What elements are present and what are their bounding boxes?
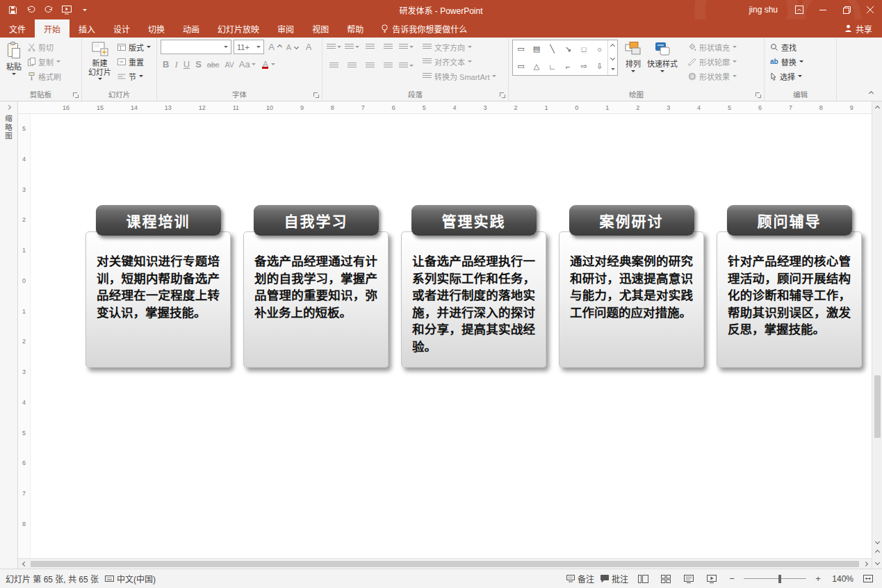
comments-button[interactable]: 批注 [601, 573, 628, 585]
bullets-button[interactable] [326, 40, 341, 54]
card-text[interactable]: 备选产品经理通过有计划的自我学习，掌握产品管理的重要知识，弥补业务上的短板。 [243, 231, 389, 368]
ribbon-display-options-button[interactable] [787, 0, 811, 19]
cut-button[interactable]: 剪切 [26, 40, 63, 54]
align-right-button[interactable] [362, 58, 377, 73]
tab-审阅[interactable]: 审阅 [268, 19, 303, 38]
language-indicator[interactable]: 中文(中国) [105, 573, 156, 585]
shape-option-icon[interactable]: ▤ [533, 44, 540, 54]
character-spacing-button[interactable]: AV [223, 60, 236, 69]
scroll-left-button[interactable] [20, 560, 28, 568]
undo-button[interactable] [22, 0, 39, 19]
card-text[interactable]: 针对产品经理的核心管理活动，顾问开展结构化的诊断和辅导工作，帮助其识别误区，激发… [717, 231, 862, 368]
replace-button[interactable]: ab 替换 [768, 54, 806, 69]
tab-幻灯片放映[interactable]: 幻灯片放映 [209, 19, 268, 38]
tab-帮助[interactable]: 帮助 [338, 19, 373, 38]
shape-option-icon[interactable]: ╲ [550, 44, 555, 54]
slide-sorter-view-button[interactable] [658, 571, 674, 587]
shape-option-icon[interactable]: ↘ [565, 44, 571, 54]
justify-button[interactable] [380, 58, 395, 73]
thumbnail-pane-collapsed[interactable]: 缩略图 [0, 101, 18, 569]
font-dialog-launcher[interactable] [313, 92, 320, 99]
horizontal-scroll-thumb[interactable] [31, 561, 859, 567]
vertical-scroll-track[interactable] [874, 114, 881, 535]
slide-number-indicator[interactable]: 幻灯片 第 65 张, 共 65 张 [6, 573, 99, 585]
card-title[interactable]: 案例研讨 [569, 205, 694, 236]
shape-option-icon[interactable]: ⌐ [566, 63, 570, 71]
shape-option-icon[interactable]: □ [582, 45, 587, 54]
align-left-button[interactable] [326, 58, 341, 73]
slideshow-view-button[interactable] [703, 571, 720, 587]
find-button[interactable]: 查找 [768, 40, 806, 54]
italic-button[interactable]: I [172, 59, 179, 70]
notes-button[interactable]: 备注 [566, 573, 594, 585]
shape-option-icon[interactable]: ⇩ [596, 62, 603, 71]
shape-outline-button[interactable]: 形状轮廓 [686, 54, 739, 69]
start-slideshow-button[interactable] [58, 0, 75, 19]
tab-文件[interactable]: 文件 [0, 19, 35, 38]
card-2[interactable]: 自我学习备选产品经理通过有计划的自我学习，掌握产品管理的重要知识，弥补业务上的短… [243, 205, 389, 368]
vertical-scrollbar[interactable] [872, 101, 882, 569]
card-title[interactable]: 课程培训 [96, 205, 221, 236]
shapes-scroll-down-button[interactable] [608, 52, 617, 64]
align-text-button[interactable]: 对齐文本 [420, 54, 498, 69]
zoom-level-label[interactable]: 140% [830, 574, 854, 584]
collapse-ribbon-button[interactable] [865, 89, 876, 97]
tab-动画[interactable]: 动画 [174, 19, 209, 38]
fit-slide-to-window-button[interactable] [860, 571, 876, 587]
underline-button[interactable]: U [181, 59, 192, 70]
decrease-font-size-button[interactable]: A [284, 40, 299, 54]
bold-button[interactable]: B [161, 59, 171, 70]
text-direction-button[interactable]: 文字方向 [420, 40, 498, 54]
change-case-button[interactable]: Aa [238, 57, 257, 72]
tab-开始[interactable]: 开始 [35, 19, 70, 38]
line-spacing-button[interactable] [398, 40, 414, 54]
shapes-scroll-up-button[interactable] [608, 40, 617, 52]
customize-qat-button[interactable] [76, 0, 93, 19]
save-button[interactable] [4, 0, 21, 19]
card-5[interactable]: 顾问辅导针对产品经理的核心管理活动，顾问开展结构化的诊断和辅导工作，帮助其识别误… [717, 205, 862, 368]
shape-effects-button[interactable]: 形状效果 [686, 69, 739, 83]
slide-canvas[interactable]: 课程培训对关键知识进行专题培训，短期内帮助备选产品经理在一定程度上转变认识，掌握… [31, 114, 872, 558]
text-shadow-button[interactable]: S [193, 59, 204, 70]
increase-font-size-button[interactable]: A [266, 40, 281, 54]
tab-视图[interactable]: 视图 [303, 19, 338, 38]
card-3[interactable]: 管理实践让备选产品经理执行一系列实际工作和任务，或者进行制度的落地实施，并进行深… [401, 205, 546, 368]
section-button[interactable]: 节 [115, 69, 153, 83]
card-title[interactable]: 管理实践 [411, 205, 537, 236]
reset-button[interactable]: 重置 [115, 54, 153, 69]
reading-view-button[interactable] [680, 571, 697, 587]
shape-option-icon[interactable]: ▭ [517, 44, 524, 54]
tab-插入[interactable]: 插入 [70, 19, 104, 38]
normal-view-button[interactable] [635, 571, 651, 587]
shapes-gallery[interactable]: ▭▤╲↘□○▭△∟⌐⇨⇩ [512, 40, 618, 76]
restore-button[interactable] [835, 0, 858, 19]
tab-切换[interactable]: 切换 [139, 19, 174, 38]
paragraph-dialog-launcher[interactable] [499, 92, 506, 99]
shapes-more-button[interactable] [608, 63, 617, 75]
previous-slide-button[interactable] [872, 548, 882, 556]
close-button[interactable] [858, 0, 882, 19]
zoom-in-button[interactable]: + [812, 573, 824, 584]
scroll-right-button[interactable] [861, 560, 869, 568]
zoom-slider[interactable] [744, 574, 806, 584]
clipboard-dialog-launcher[interactable] [72, 92, 79, 99]
share-button[interactable]: 共享 [835, 19, 882, 38]
shape-option-icon[interactable]: ⇨ [580, 62, 587, 71]
clear-formatting-button[interactable]: A [301, 40, 316, 54]
format-painter-button[interactable]: 格式刷 [26, 69, 63, 83]
shapes-gallery-scrollbar[interactable] [607, 40, 617, 75]
new-slide-button[interactable]: 新建幻灯片 [85, 40, 114, 80]
shape-option-icon[interactable]: ○ [597, 45, 602, 54]
redo-button[interactable] [40, 0, 57, 19]
zoom-out-button[interactable]: − [726, 573, 737, 584]
card-title[interactable]: 自我学习 [254, 205, 379, 236]
copy-button[interactable]: 复制 [26, 54, 63, 69]
shape-option-icon[interactable]: △ [534, 62, 539, 71]
tell-me-box[interactable]: 告诉我你想要做什么 [373, 19, 475, 38]
font-name-select[interactable] [161, 40, 231, 54]
tab-设计[interactable]: 设计 [104, 19, 139, 38]
card-text[interactable]: 通过对经典案例的研究和研讨，迅速提高意识与能力，尤其是对实践工作问题的应对措施。 [559, 231, 704, 368]
zoom-thumb[interactable] [778, 575, 781, 583]
card-4[interactable]: 案例研讨通过对经典案例的研究和研讨，迅速提高意识与能力，尤其是对实践工作问题的应… [559, 205, 704, 368]
numbering-button[interactable] [344, 40, 359, 54]
